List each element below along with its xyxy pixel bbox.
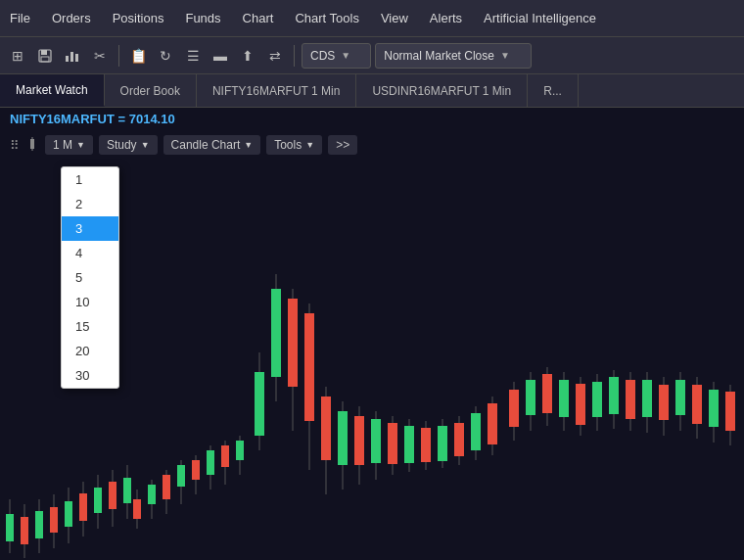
svg-rect-97 <box>94 488 102 513</box>
svg-rect-75 <box>659 385 669 420</box>
svg-rect-35 <box>321 397 331 460</box>
svg-rect-69 <box>609 377 619 414</box>
svg-rect-29 <box>271 289 281 377</box>
timeframe-button[interactable]: 1 M ▼ <box>45 135 93 155</box>
svg-rect-17 <box>177 465 185 487</box>
svg-rect-19 <box>192 460 200 480</box>
svg-rect-15 <box>163 475 170 499</box>
menu-ai[interactable]: Artificial Intelligence <box>482 7 598 29</box>
toolbar-list-icon[interactable]: ☰ <box>181 44 205 68</box>
svg-rect-77 <box>675 380 685 415</box>
svg-rect-91 <box>50 507 58 533</box>
tf-item-30[interactable]: 30 <box>62 363 118 388</box>
chart-drag-icon: ⠿ <box>10 138 20 153</box>
market-dropdown[interactable]: Normal Market Close ▼ <box>375 43 532 69</box>
market-arrow-icon: ▼ <box>500 50 510 61</box>
svg-rect-31 <box>288 299 298 387</box>
svg-rect-11 <box>133 499 141 519</box>
svg-rect-5 <box>75 54 78 62</box>
tf-item-1[interactable]: 1 <box>62 167 118 192</box>
tf-item-15[interactable]: 15 <box>62 314 118 339</box>
svg-rect-57 <box>509 390 519 427</box>
tab-usdinr-chart[interactable]: USDINR16MARFUT 1 Min <box>356 74 528 107</box>
menu-funds[interactable]: Funds <box>183 7 222 29</box>
tab-nifty-chart[interactable]: NIFTY16MARFUT 1 Min <box>197 74 356 107</box>
menu-view[interactable]: View <box>379 7 410 29</box>
menu-chart-tools[interactable]: Chart Tools <box>293 7 361 29</box>
timeframe-dropdown: 1 2 3 4 5 10 15 20 30 <box>61 166 119 389</box>
toolbar-new-icon[interactable]: ⊞ <box>6 44 29 68</box>
toolbar-transfer-icon[interactable]: ⇄ <box>263 44 287 68</box>
svg-rect-87 <box>21 517 28 544</box>
tf-item-3[interactable]: 3 <box>62 216 118 241</box>
svg-rect-47 <box>421 428 431 462</box>
svg-rect-67 <box>592 382 602 417</box>
toolbar-chart-icon[interactable] <box>61 44 84 68</box>
chart-area: NIFTY16MARFUT = 7014.10 ⠿ 1 M ▼ Study ▼ … <box>0 108 744 560</box>
tf-item-5[interactable]: 5 <box>62 265 118 290</box>
tabs-bar: Market Watch Order Book NIFTY16MARFUT 1 … <box>0 74 744 108</box>
svg-rect-85 <box>6 514 14 541</box>
toolbar-scissors-icon[interactable]: ✂ <box>88 44 112 68</box>
timeframe-arrow-icon: ▼ <box>76 140 85 150</box>
svg-rect-13 <box>148 485 156 504</box>
study-arrow-icon: ▼ <box>141 140 150 150</box>
svg-rect-53 <box>471 413 481 450</box>
tf-item-4[interactable]: 4 <box>62 241 118 265</box>
svg-rect-61 <box>542 374 552 413</box>
cds-dropdown[interactable]: CDS ▼ <box>302 43 371 69</box>
svg-rect-95 <box>79 493 87 521</box>
menu-positions[interactable]: Positions <box>111 7 166 29</box>
menu-chart[interactable]: Chart <box>241 7 276 29</box>
chart-toolbar: ⠿ 1 M ▼ Study ▼ Candle Chart ▼ Tools ▼ >… <box>10 135 357 155</box>
svg-rect-59 <box>526 380 535 415</box>
toolbar-refresh-icon[interactable]: ↻ <box>154 44 177 68</box>
toolbar-minus-icon[interactable]: ▬ <box>209 44 232 68</box>
tools-button[interactable]: Tools ▼ <box>266 135 322 155</box>
svg-rect-23 <box>221 445 229 467</box>
svg-rect-73 <box>642 380 652 417</box>
toolbar-save-icon[interactable] <box>33 44 57 68</box>
tab-market-watch[interactable]: Market Watch <box>0 74 105 107</box>
svg-rect-93 <box>65 501 72 527</box>
svg-rect-37 <box>338 411 348 465</box>
study-button[interactable]: Study ▼ <box>99 135 158 155</box>
menu-orders[interactable]: Orders <box>50 7 93 29</box>
tools-arrow-icon: ▼ <box>305 140 314 150</box>
svg-rect-99 <box>109 482 116 509</box>
svg-rect-89 <box>35 511 43 538</box>
svg-rect-3 <box>66 56 69 62</box>
svg-rect-41 <box>371 419 381 463</box>
svg-rect-63 <box>559 380 569 417</box>
symbol-label: NIFTY16MARFUT = 7014.10 <box>10 112 175 126</box>
svg-rect-1 <box>41 50 47 55</box>
more-button[interactable]: >> <box>328 135 357 155</box>
svg-rect-55 <box>488 403 497 444</box>
toolbar-upload-icon[interactable]: ⬆ <box>236 44 259 68</box>
svg-rect-27 <box>255 372 264 436</box>
tab-order-book[interactable]: Order Book <box>105 74 197 107</box>
menu-file[interactable]: File <box>8 7 32 29</box>
chart-type-button[interactable]: Candle Chart ▼ <box>163 135 261 155</box>
toolbar-book-icon[interactable]: 📋 <box>126 44 150 68</box>
svg-rect-101 <box>123 478 131 503</box>
svg-rect-25 <box>236 441 244 460</box>
toolbar-sep2 <box>294 45 295 67</box>
chart-type-arrow-icon: ▼ <box>244 140 253 150</box>
toolbar: ⊞ ✂ 📋 ↻ ☰ ▬ ⬆ ⇄ CDS ▼ Normal Market Clos… <box>0 37 744 74</box>
svg-rect-6 <box>30 139 34 149</box>
svg-rect-2 <box>41 57 49 62</box>
toolbar-sep1 <box>118 45 119 67</box>
svg-rect-49 <box>438 426 447 461</box>
svg-rect-45 <box>404 426 414 463</box>
svg-rect-65 <box>576 384 585 425</box>
svg-rect-21 <box>207 450 214 475</box>
tf-item-10[interactable]: 10 <box>62 290 118 314</box>
tf-item-2[interactable]: 2 <box>62 192 118 216</box>
svg-rect-79 <box>692 385 702 424</box>
tf-item-20[interactable]: 20 <box>62 339 118 363</box>
chart-candle-icon <box>25 137 39 154</box>
menu-alerts[interactable]: Alerts <box>428 7 464 29</box>
svg-rect-51 <box>454 423 464 456</box>
tab-more[interactable]: R... <box>528 74 579 107</box>
